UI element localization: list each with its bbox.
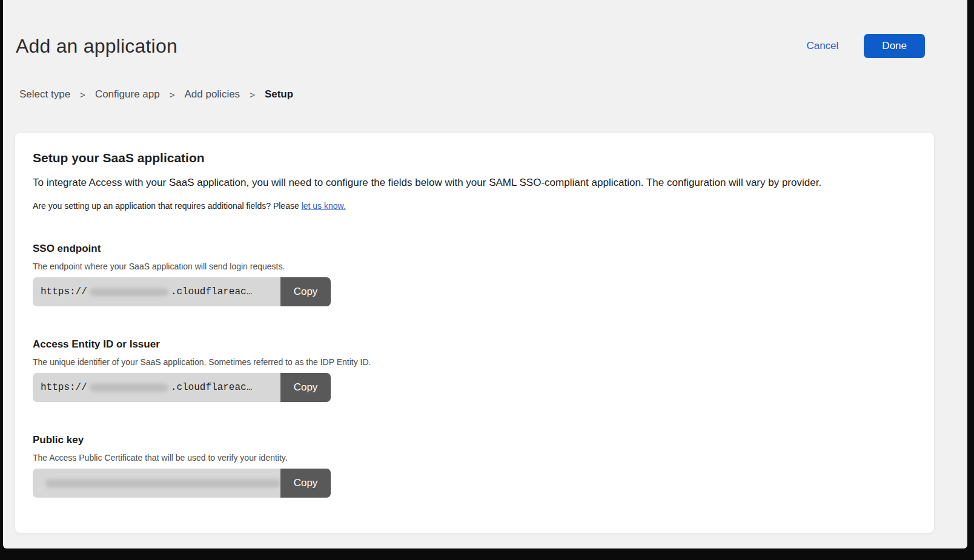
card-intro-text: To integrate Access with your SaaS appli… bbox=[33, 176, 916, 189]
public-key-copy-button[interactable]: Copy bbox=[280, 469, 331, 498]
sso-endpoint-description: The endpoint where your SaaS application… bbox=[33, 262, 916, 271]
redacted-text bbox=[90, 288, 168, 296]
let-us-know-link[interactable]: let us know. bbox=[302, 201, 346, 211]
card-note-text: Are you setting up an application that r… bbox=[33, 201, 299, 211]
setup-card: Setup your SaaS application To integrate… bbox=[15, 132, 935, 533]
access-entity-id-row: https:// .cloudflareac… Copy bbox=[33, 373, 331, 402]
cancel-button[interactable]: Cancel bbox=[806, 40, 838, 52]
breadcrumb-step-select-type[interactable]: Select type bbox=[19, 88, 70, 100]
breadcrumb-separator: > bbox=[170, 90, 175, 100]
breadcrumb-step-configure-app[interactable]: Configure app bbox=[95, 88, 160, 100]
breadcrumb-step-add-policies[interactable]: Add policies bbox=[184, 88, 240, 100]
card-note: Are you setting up an application that r… bbox=[33, 201, 916, 211]
page-header: Add an application Cancel Done bbox=[3, 0, 967, 58]
breadcrumb-separator: > bbox=[250, 90, 255, 100]
public-key-description: The Access Public Certificate that will … bbox=[33, 453, 916, 463]
access-entity-id-description: The unique identifier of your SaaS appli… bbox=[33, 357, 916, 367]
done-button[interactable]: Done bbox=[864, 34, 925, 58]
sso-endpoint-row: https:// .cloudflareac… Copy bbox=[33, 277, 331, 306]
header-actions: Cancel Done bbox=[806, 34, 925, 58]
sso-endpoint-value-suffix: .cloudflareac… bbox=[171, 286, 252, 297]
redacted-text bbox=[90, 384, 168, 392]
page-title: Add an application bbox=[16, 35, 177, 58]
breadcrumb-step-setup: Setup bbox=[265, 88, 293, 100]
sso-endpoint-value: https:// .cloudflareac… bbox=[33, 277, 280, 306]
breadcrumb: Select type > Configure app > Add polici… bbox=[19, 88, 967, 100]
field-access-entity-id: Access Entity ID or Issuer The unique id… bbox=[33, 338, 916, 402]
public-key-row: Copy bbox=[33, 469, 331, 498]
sso-endpoint-label: SSO endpoint bbox=[33, 243, 916, 255]
field-sso-endpoint: SSO endpoint The endpoint where your Saa… bbox=[33, 243, 916, 306]
public-key-value bbox=[33, 469, 280, 498]
access-entity-id-value-prefix: https:// bbox=[41, 382, 87, 393]
sso-endpoint-copy-button[interactable]: Copy bbox=[280, 277, 331, 306]
access-entity-id-value: https:// .cloudflareac… bbox=[33, 373, 280, 402]
card-heading: Setup your SaaS application bbox=[33, 151, 916, 165]
access-entity-id-label: Access Entity ID or Issuer bbox=[33, 338, 916, 351]
access-entity-id-copy-button[interactable]: Copy bbox=[280, 373, 331, 402]
redacted-text bbox=[45, 479, 280, 487]
field-public-key: Public key The Access Public Certificate… bbox=[33, 434, 916, 498]
sso-endpoint-value-prefix: https:// bbox=[41, 286, 87, 297]
app-window: Add an application Cancel Done Select ty… bbox=[3, 0, 967, 548]
access-entity-id-value-suffix: .cloudflareac… bbox=[171, 382, 252, 393]
public-key-label: Public key bbox=[33, 434, 916, 446]
breadcrumb-separator: > bbox=[80, 90, 85, 100]
